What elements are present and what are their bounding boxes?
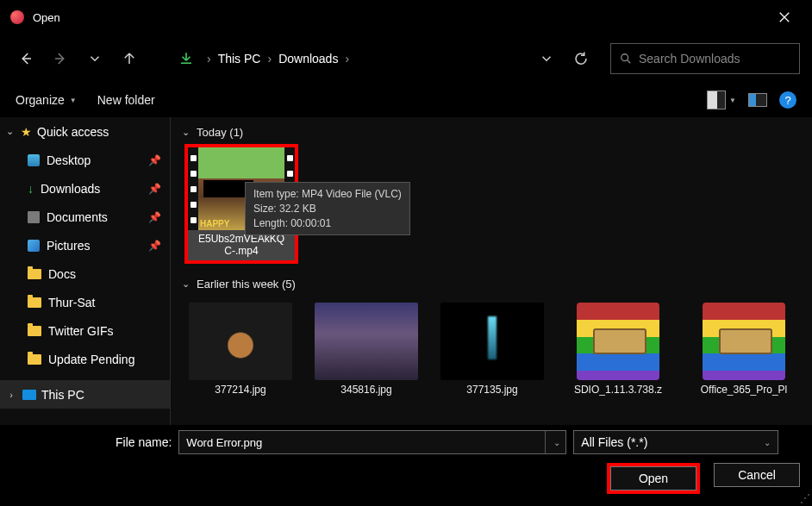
pin-icon: 📌	[148, 211, 161, 223]
sidebar-item-documents[interactable]: Documents📌	[0, 203, 170, 231]
star-icon: ★	[21, 125, 32, 139]
nav-toolbar: › This PC › Downloads › Search Downloads	[0, 34, 812, 83]
search-placeholder: Search Downloads	[639, 52, 740, 66]
folder-icon	[28, 269, 41, 279]
filename-input[interactable]	[179, 431, 545, 453]
sidebar: ⌄ ★ Quick access Desktop📌 ↓Downloads📌 Do…	[0, 117, 171, 425]
chevron-right-icon: ›	[5, 390, 17, 400]
breadcrumb: › This PC › Downloads ›	[207, 48, 526, 69]
folder-icon	[28, 297, 41, 308]
view-large-icon	[707, 91, 726, 109]
resize-grip[interactable]: ⋰	[800, 492, 810, 504]
new-folder-button[interactable]: New folder	[97, 93, 155, 107]
file-tooltip: Item type: MP4 Video File (VLC) Size: 32…	[245, 182, 410, 235]
sidebar-quick-access[interactable]: ⌄ ★ Quick access	[0, 117, 170, 146]
dialog-footer: File name: ⌄ All Files (*.*)⌄ Open Cance…	[0, 423, 812, 506]
filename-combo[interactable]: ⌄	[178, 430, 566, 454]
sidebar-item-pictures[interactable]: Pictures📌	[0, 231, 170, 259]
desktop-icon	[28, 154, 40, 166]
chevron-down-icon: ⌄	[179, 278, 191, 290]
sidebar-item-twitter-gifs[interactable]: Twitter GIFs	[0, 316, 170, 345]
filename-label: File name:	[116, 435, 172, 449]
folder-icon	[28, 326, 41, 336]
organize-button[interactable]: Organize▼	[16, 93, 77, 107]
document-icon	[28, 211, 40, 223]
search-input[interactable]: Search Downloads	[610, 43, 800, 74]
open-button[interactable]: Open	[610, 466, 696, 490]
group-earlier[interactable]: ⌄Earlier this week (5)	[179, 272, 803, 296]
sidebar-item-downloads[interactable]: ↓Downloads📌	[0, 174, 170, 203]
chevron-right-icon: ›	[207, 52, 211, 66]
search-icon	[620, 53, 632, 65]
sidebar-item-desktop[interactable]: Desktop📌	[0, 146, 170, 174]
close-icon	[778, 11, 790, 23]
chevron-down-icon: ⌄	[179, 127, 191, 138]
file-thumbnail	[189, 303, 292, 380]
opera-logo-icon	[10, 10, 24, 24]
chevron-down-icon: ⌄	[3, 126, 16, 137]
forward-button[interactable]	[47, 45, 74, 72]
close-button[interactable]	[767, 0, 802, 34]
sidebar-item-docs[interactable]: Docs	[0, 259, 170, 288]
main-area: ⌄ ★ Quick access Desktop📌 ↓Downloads📌 Do…	[0, 117, 812, 425]
annotation-highlight: Open	[607, 463, 700, 494]
archive-icon	[703, 303, 785, 380]
pictures-icon	[28, 240, 40, 252]
file-type-filter[interactable]: All Files (*.*)⌄	[573, 430, 778, 454]
file-thumbnail	[315, 303, 418, 380]
sidebar-item-update-pending[interactable]: Update Pending	[0, 345, 170, 373]
sidebar-item-thursat[interactable]: Thur-Sat	[0, 288, 170, 316]
archive-icon	[577, 303, 659, 380]
back-button[interactable]	[12, 45, 40, 72]
filename-dropdown[interactable]: ⌄	[545, 431, 565, 453]
downloads-icon	[172, 45, 200, 72]
pin-icon: 📌	[148, 240, 161, 252]
file-item[interactable]: 345816.jpg	[310, 303, 422, 396]
options-toolbar: Organize▼ New folder ▼ ?	[0, 83, 812, 117]
file-item[interactable]: SDIO_1.11.3.738.z	[562, 303, 674, 396]
folder-icon	[28, 354, 41, 365]
download-icon: ↓	[28, 182, 34, 196]
pin-icon: 📌	[148, 154, 161, 166]
svg-point-0	[621, 54, 628, 61]
group-today[interactable]: ⌄Today (1)	[179, 121, 803, 144]
sidebar-this-pc[interactable]: › This PC	[0, 380, 170, 409]
file-row: 377214.jpg 345816.jpg 377135.jpg SDIO_1.…	[179, 296, 803, 396]
file-thumbnail	[440, 303, 544, 380]
chevron-right-icon: ›	[267, 52, 272, 66]
recent-dropdown[interactable]	[81, 45, 109, 72]
pc-icon	[22, 390, 36, 400]
refresh-button[interactable]	[567, 45, 595, 72]
file-item[interactable]: Office_365_Pro_Pl	[688, 303, 800, 396]
view-mode-button[interactable]: ▼	[707, 91, 736, 109]
file-item[interactable]: 377214.jpg	[184, 303, 297, 396]
up-button[interactable]	[116, 45, 143, 72]
cancel-button[interactable]: Cancel	[714, 463, 800, 487]
preview-pane-button[interactable]	[748, 93, 767, 107]
window-title: Open	[33, 11, 767, 24]
breadcrumb-downloads[interactable]: Downloads	[273, 48, 343, 69]
path-dropdown[interactable]	[533, 45, 560, 72]
pin-icon: 📌	[148, 183, 161, 195]
titlebar: Open	[0, 0, 812, 34]
breadcrumb-this-pc[interactable]: This PC	[213, 48, 266, 69]
file-item[interactable]: 377135.jpg	[436, 303, 548, 396]
chevron-right-icon: ›	[345, 52, 349, 66]
help-button[interactable]: ?	[779, 91, 796, 109]
file-list[interactable]: ⌄Today (1) HAPPY E5Ubs2mVEAkKQC-.mp4 ⌄Ea…	[171, 117, 812, 425]
